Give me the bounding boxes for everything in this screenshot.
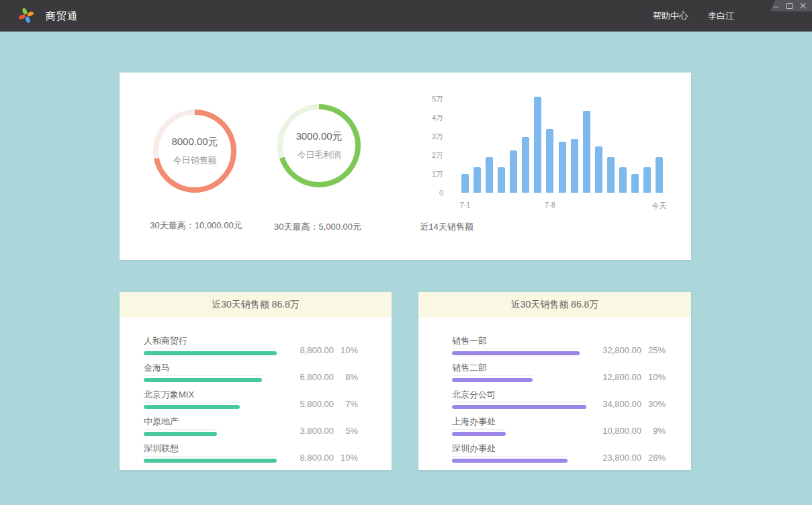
ranking-row-percent: 30% xyxy=(641,400,666,409)
sales-bar xyxy=(595,146,602,193)
ranking-row-bar xyxy=(144,378,262,382)
ranking-row-hairline xyxy=(452,402,586,403)
profit-30day-max: 30天最高：5,000.00元 xyxy=(251,221,385,233)
maximize-icon[interactable] xyxy=(786,3,793,9)
sales-bar xyxy=(510,150,517,193)
y-axis: 01万2万3万4万5万 xyxy=(408,95,443,193)
y-tick-label: 2万 xyxy=(432,150,443,160)
y-tick-label: 5万 xyxy=(432,94,443,103)
ranking-row-hairline xyxy=(144,456,277,457)
title-bar: 商贸通 帮助中心 李白江 xyxy=(0,0,812,32)
ranking-row-hairline xyxy=(452,429,506,430)
ranking-row-bar xyxy=(144,432,217,436)
ranking-row-name: 销售一部 xyxy=(452,336,586,347)
pinwheel-logo-icon xyxy=(18,7,34,24)
y-tick-label: 3万 xyxy=(432,132,443,141)
ranking-row-amount: 10,800.00 xyxy=(586,426,641,436)
department-panel-title: 近30天销售额 86.8万 xyxy=(418,292,691,317)
close-icon[interactable] xyxy=(800,3,806,9)
ranking-row: 人和商贸行8,800.0010% xyxy=(120,328,392,355)
ranking-row-hairline xyxy=(144,429,217,430)
ranking-row-bar xyxy=(144,351,277,355)
sales-bar xyxy=(559,142,566,193)
daily-sales-chart-title: 近14天销售额 xyxy=(379,221,514,233)
ranking-row-amount: 3,800.00 xyxy=(277,426,334,436)
ranking-row-bar xyxy=(144,459,277,463)
customer-ranking-panel: 近30天销售额 86.8万 人和商贸行8,800.0010%金海马6,800.0… xyxy=(120,292,392,470)
ranking-list: 人和商贸行8,800.0010%金海马6,800.008%北京万象MIX5,80… xyxy=(120,317,392,463)
y-tick-label: 4万 xyxy=(432,113,443,122)
user-name-link[interactable]: 李白江 xyxy=(708,10,734,22)
customer-panel-title: 近30天销售额 86.8万 xyxy=(120,292,392,317)
sales-30day-max: 30天最高：10,000.00元 xyxy=(129,220,263,232)
ranking-row: 中原地产3,800.005% xyxy=(120,409,392,436)
ranking-row-percent: 5% xyxy=(334,426,358,436)
ranking-row-percent: 26% xyxy=(641,453,666,463)
sales-bar xyxy=(534,97,541,193)
ranking-list: 销售一部32,800.0025%销售二部12,800.0010%北京分公司34,… xyxy=(418,317,691,463)
ranking-row-hairline xyxy=(144,375,262,376)
today-profit-value: 3000.00元 xyxy=(296,130,342,143)
ranking-row: 深圳联想8,800.0010% xyxy=(120,436,392,463)
today-profit-label: 今日毛利润 xyxy=(298,149,341,161)
ranking-row-hairline xyxy=(452,375,533,376)
daily-sales-plot xyxy=(461,95,663,193)
app-title: 商贸通 xyxy=(46,10,78,23)
ranking-row-hairline xyxy=(452,349,580,349)
today-sales-gauge: 8000.00元 今日销售额 xyxy=(153,109,236,193)
ranking-row-name: 销售二部 xyxy=(452,363,586,373)
ranking-row-bar xyxy=(452,351,580,355)
ranking-row-name: 深圳办事处 xyxy=(452,443,586,454)
ranking-row-percent: 9% xyxy=(641,426,666,436)
ranking-row-name: 上海办事处 xyxy=(452,416,586,427)
ranking-row-name: 北京万象MIX xyxy=(144,389,277,400)
ranking-row: 北京分公司34,800.0030% xyxy=(418,382,691,409)
today-sales-value: 8000.00元 xyxy=(171,136,218,148)
ranking-row-hairline xyxy=(144,349,277,349)
ranking-row-bar xyxy=(452,432,506,436)
ranking-row-amount: 8,800.00 xyxy=(277,346,334,355)
minimize-icon[interactable] xyxy=(773,7,779,7)
sales-bar xyxy=(546,129,553,193)
sales-bar xyxy=(631,174,639,193)
ranking-row-percent: 25% xyxy=(641,346,666,355)
ranking-row-name: 人和商贸行 xyxy=(144,336,277,347)
sales-bar xyxy=(461,174,469,193)
sales-bar xyxy=(656,157,663,193)
ranking-row-amount: 23,800.00 xyxy=(586,453,641,463)
ranking-row-percent: 10% xyxy=(641,373,666,382)
ranking-row: 深圳办事处23,800.0026% xyxy=(418,436,691,463)
sales-bar xyxy=(486,157,493,193)
help-center-link[interactable]: 帮助中心 xyxy=(653,10,688,22)
ranking-row-hairline xyxy=(452,456,568,457)
window-controls xyxy=(770,0,812,11)
ranking-row-amount: 6,800.00 xyxy=(277,373,334,382)
ranking-row-name: 金海马 xyxy=(144,363,277,373)
ranking-row-amount: 12,800.00 xyxy=(586,373,641,382)
sales-bar xyxy=(583,111,590,193)
overview-card: 8000.00元 今日销售额 30天最高：10,000.00元 3000.00元… xyxy=(120,73,691,260)
today-profit-gauge: 3000.00元 今日毛利润 xyxy=(277,104,361,187)
ranking-row: 北京万象MIX5,800.007% xyxy=(120,382,392,409)
ranking-row-bar xyxy=(452,378,533,382)
ranking-row: 金海马6,800.008% xyxy=(120,355,392,382)
sales-bar xyxy=(473,167,481,193)
ranking-row: 上海办事处10,800.009% xyxy=(418,409,691,436)
department-ranking-panel: 近30天销售额 86.8万 销售一部32,800.0025%销售二部12,800… xyxy=(418,292,691,470)
ranking-row-percent: 7% xyxy=(334,400,358,409)
ranking-row-percent: 8% xyxy=(334,373,358,382)
ranking-row-name: 北京分公司 xyxy=(452,389,586,400)
ranking-row-name: 深圳联想 xyxy=(144,443,277,454)
ranking-row-bar xyxy=(144,405,240,409)
sales-bar xyxy=(643,167,651,193)
ranking-row-amount: 8,800.00 xyxy=(277,453,334,463)
ranking-row-amount: 34,800.00 xyxy=(586,400,641,409)
y-tick-label: 1万 xyxy=(432,169,443,179)
ranking-row-hairline xyxy=(144,402,240,403)
sales-bar xyxy=(619,167,627,193)
x-axis: 7-17-8今天 xyxy=(461,201,663,210)
ranking-row-name: 中原地产 xyxy=(144,416,277,427)
ranking-row-percent: 10% xyxy=(334,453,358,463)
x-tick-label: 7-8 xyxy=(545,201,555,209)
x-tick-label: 7-1 xyxy=(460,201,471,209)
